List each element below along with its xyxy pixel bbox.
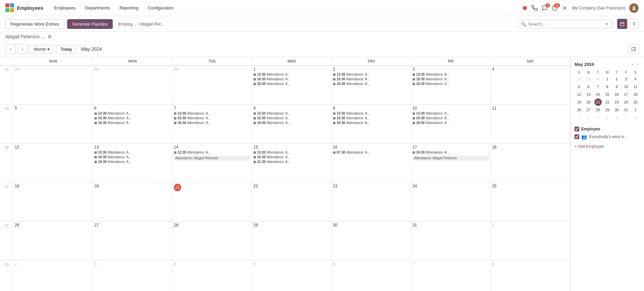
cal-cell-w1d3[interactable]: 813:30Attendance: A...16:30Attendance: A… [252, 105, 332, 143]
everybody-checkbox[interactable] [575, 134, 579, 139]
search-input[interactable] [528, 22, 603, 27]
cal-cell-w3d4[interactable]: 23 [332, 182, 411, 221]
mini-day[interactable]: 28 [576, 75, 583, 83]
event-bar[interactable]: Attendance: Abigail Peterson [174, 156, 250, 161]
breadcrumb-parent[interactable]: Employ... [118, 22, 136, 27]
cal-cell-w3d3[interactable]: 22 [252, 182, 332, 221]
event-item[interactable]: 16:30Attendance: A... [412, 150, 489, 155]
mini-day[interactable]: 20 [585, 98, 592, 106]
cal-cell-w5d4[interactable]: 6 [332, 260, 411, 291]
mini-day[interactable]: 24 [623, 98, 630, 106]
event-item[interactable]: 16:30Attendance: A... [333, 77, 409, 82]
mini-day[interactable]: 29 [585, 75, 592, 83]
mini-day[interactable]: 6 [613, 114, 621, 121]
cal-cell-w4d1[interactable]: 27 [93, 221, 172, 260]
cal-cell-w3d1[interactable]: 20 [93, 182, 172, 221]
cal-cell-w3d5[interactable]: 24 [411, 182, 491, 221]
settings-btn[interactable] [562, 5, 568, 11]
event-item[interactable]: 18:30Attendance: A... [174, 121, 250, 125]
cal-cell-w0d6[interactable]: 4 [491, 66, 570, 104]
mini-day[interactable]: 25 [632, 98, 639, 106]
record-btn[interactable] [522, 5, 528, 11]
event-item[interactable]: 13:30Attendance: A... [412, 111, 489, 116]
mini-day[interactable]: 3 [623, 75, 630, 83]
mini-day[interactable]: 18 [632, 91, 639, 98]
user-avatar[interactable] [629, 3, 639, 13]
mini-day[interactable]: 12 [576, 91, 583, 98]
mini-day[interactable]: 8 [632, 114, 639, 121]
prev-period-btn[interactable]: ‹ [5, 44, 15, 54]
mini-day[interactable]: 8 [604, 83, 611, 90]
event-item[interactable]: 13:30Attendance: A... [253, 150, 330, 155]
mini-day[interactable]: 4 [594, 114, 602, 121]
event-item[interactable]: 13:30Attendance: A... [253, 111, 330, 116]
cal-cell-w5d6[interactable]: 8 [491, 260, 570, 291]
cal-cell-w1d5[interactable]: 1013:30Attendance: A...16:30Attendance: … [411, 105, 491, 143]
employee-checkbox[interactable] [575, 127, 579, 131]
mini-cal-prev-btn[interactable]: ‹ [631, 61, 635, 67]
cal-cell-w4d2[interactable]: 28 [172, 221, 252, 260]
employee-filter[interactable]: Employee [575, 127, 640, 131]
cal-cell-w3d6[interactable]: 25 [491, 182, 570, 221]
event-item[interactable]: 13:30Attendance: A... [94, 150, 171, 155]
calendar-view-btn[interactable] [617, 19, 627, 29]
mini-day[interactable]: 29 [604, 106, 611, 114]
mini-day[interactable]: 2 [613, 75, 621, 83]
mini-day[interactable]: 15 [604, 91, 611, 98]
cal-cell-w5d3[interactable]: 5 [252, 260, 332, 291]
event-item[interactable]: 16:30Attendance: A... [333, 116, 409, 121]
everybody-filter[interactable]: 👥 Everybody's work e... [575, 134, 640, 139]
cal-cell-w5d5[interactable]: 7 [411, 260, 491, 291]
event-item[interactable]: 18:30Attendance: A... [94, 160, 171, 164]
event-item[interactable]: 18:30Attendance: A... [253, 82, 330, 86]
mini-day[interactable]: 13 [585, 91, 592, 98]
cal-cell-w2d0[interactable]: 12 [13, 143, 93, 182]
panel-toggle-btn[interactable] [629, 44, 639, 54]
mini-day[interactable]: 5 [604, 114, 611, 121]
cal-cell-w2d1[interactable]: 1313:30Attendance: A...16:30Attendance: … [93, 143, 172, 182]
mini-day[interactable]: 3 [585, 114, 592, 121]
cal-cell-w4d6[interactable]: 1 [491, 221, 570, 260]
event-item[interactable]: 07:30Attendance: A... [333, 150, 409, 155]
event-item[interactable]: 18:30Attendance: A... [412, 121, 489, 125]
mini-day[interactable]: 22 [604, 98, 611, 106]
cal-cell-w4d5[interactable]: 31 [411, 221, 491, 260]
next-period-btn[interactable]: › [17, 44, 28, 54]
mini-day[interactable]: 4 [632, 75, 639, 83]
mini-day[interactable]: 19 [576, 98, 583, 106]
mini-day[interactable]: 26 [576, 106, 583, 114]
month-dropdown[interactable]: Month ▾ [30, 45, 54, 53]
cal-cell-w2d6[interactable]: 18 [491, 143, 570, 182]
cal-cell-w0d0[interactable]: 28 [13, 66, 93, 104]
cal-cell-w2d2[interactable]: 1412:30Attendance: A...Attendance: Abiga… [172, 143, 252, 182]
event-item[interactable]: 16:30Attendance: A... [412, 116, 489, 121]
mini-day[interactable]: 16 [613, 91, 621, 98]
regenerate-btn[interactable]: Regenerate Work Entries [5, 19, 64, 29]
event-item[interactable]: 18:30Attendance: A... [333, 82, 409, 86]
mini-day[interactable]: 23 [613, 98, 621, 106]
mini-day[interactable]: 5 [576, 83, 583, 90]
event-item[interactable]: 16:30Attendance: A... [253, 155, 330, 160]
clock-btn[interactable]: 54 [552, 5, 558, 11]
today-btn[interactable]: Today [56, 45, 77, 53]
mini-day[interactable]: 1 [632, 106, 639, 114]
mini-day[interactable]: 28 [594, 106, 602, 114]
event-item[interactable]: 13:30Attendance: A... [333, 72, 409, 77]
cal-cell-w1d2[interactable]: 713:30Attendance: A...16:30Attendance: A… [172, 105, 252, 143]
event-item[interactable]: 13:30Attendance: A... [333, 111, 409, 116]
event-item[interactable]: 16:30Attendance: A... [94, 155, 171, 160]
event-bar[interactable]: Attendance: Abigail Peterson [412, 156, 489, 161]
cal-cell-w0d5[interactable]: 313:30Attendance: A...16:30Attendance: A… [411, 66, 491, 104]
event-item[interactable]: 13:30Attendance: A... [412, 72, 489, 77]
list-view-btn[interactable] [629, 19, 639, 29]
cal-cell-w0d1[interactable]: 29 [93, 66, 172, 104]
nav-reporting[interactable]: Reporting [115, 3, 142, 12]
cal-cell-w2d4[interactable]: 1607:30Attendance: A... [332, 143, 411, 182]
event-item[interactable]: 16:30Attendance: A... [412, 77, 489, 82]
phone-btn[interactable] [532, 5, 538, 11]
cal-cell-w5d1[interactable]: 3 [93, 260, 172, 291]
event-item[interactable]: 18:30Attendance: A... [253, 121, 330, 125]
cal-cell-w5d0[interactable]: 2 [13, 260, 93, 291]
cal-cell-w2d5[interactable]: 1716:30Attendance: A...Attendance: Abiga… [411, 143, 491, 182]
event-item[interactable]: 12:30Attendance: A... [174, 150, 250, 155]
